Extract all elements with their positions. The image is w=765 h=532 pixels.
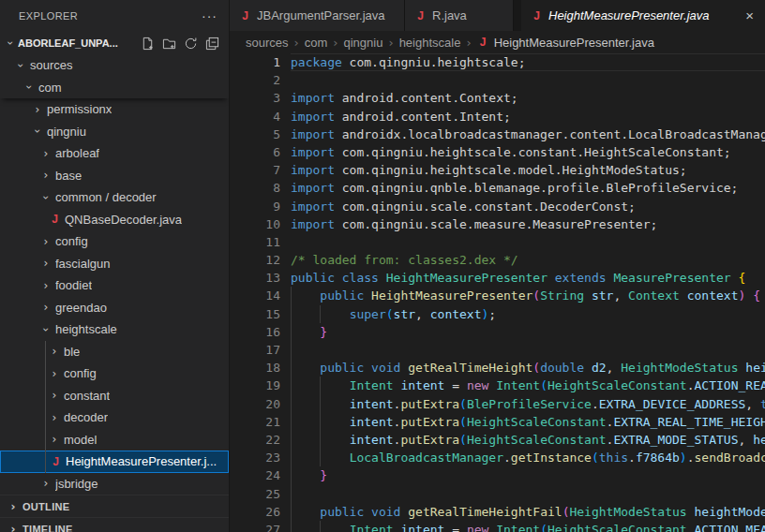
line-number[interactable]: 13: [230, 269, 280, 287]
code-line-text[interactable]: import android.content.Context;: [291, 89, 765, 107]
code-line-11[interactable]: 11: [230, 233, 765, 251]
code-line-21[interactable]: 21 intent.putExtra(HeightScaleConstant.E…: [230, 413, 765, 431]
code-line-text[interactable]: import com.qingniu.scale.measure.Measure…: [291, 215, 765, 233]
code-line-27[interactable]: 27 Intent intent = new Intent(HeightScal…: [230, 521, 765, 532]
code-line-20[interactable]: 20 intent.putExtra(BleProfileService.EXT…: [230, 395, 765, 413]
new-folder-icon[interactable]: [161, 36, 176, 51]
code-line-text[interactable]: public HeightMeasurePresenter(String str…: [291, 287, 765, 304]
tree-item-com[interactable]: ›com: [0, 77, 229, 99]
tree-item-qnbasedecoder-java[interactable]: JQNBaseDecoder.java: [0, 209, 229, 231]
code-line-text[interactable]: /* loaded from: classes2.dex */: [291, 251, 765, 269]
tab-jbargumentparser-java[interactable]: JJBArgumentParser.java: [230, 0, 405, 31]
code-line-text[interactable]: [291, 233, 765, 251]
line-number[interactable]: 27: [230, 521, 280, 532]
line-number[interactable]: 26: [230, 503, 280, 521]
line-number[interactable]: 21: [230, 413, 280, 431]
code-line-4[interactable]: 4import android.content.Intent;: [230, 108, 765, 126]
outline-section[interactable]: › OUTLINE: [0, 495, 229, 517]
tree-item-ble[interactable]: ›ble: [0, 341, 229, 363]
code-line-text[interactable]: [291, 71, 765, 89]
code-line-19[interactable]: 19 Intent intent = new Intent(HeightScal…: [230, 377, 765, 394]
breadcrumb-file[interactable]: HeightMeasurePresenter.java: [494, 36, 654, 50]
collapse-all-icon[interactable]: [204, 36, 219, 51]
code-line-25[interactable]: 25: [230, 485, 765, 503]
tree-item-heightmeasurepresenter-j-[interactable]: JHeightMeasurePresenter.j...: [0, 451, 229, 473]
code-line-15[interactable]: 15 super(str, context);: [230, 305, 765, 323]
tab-heightmeasurepresenter-java[interactable]: JHeightMeasurePresenter.java×: [521, 0, 765, 31]
line-number[interactable]: 20: [230, 395, 280, 413]
code-line-18[interactable]: 18 public void getRealTimeHeight(double …: [230, 359, 765, 377]
code-line-12[interactable]: 12/* loaded from: classes2.dex */: [230, 251, 765, 269]
code-line-text[interactable]: intent.putExtra(HeightScaleConstant.EXTR…: [291, 413, 765, 431]
code-line-text[interactable]: [291, 485, 765, 503]
close-tab-icon[interactable]: ×: [743, 7, 756, 23]
more-actions-icon[interactable]: ···: [202, 8, 218, 23]
code-line-6[interactable]: 6import com.qingniu.heightscale.constant…: [230, 143, 765, 161]
line-number[interactable]: 8: [230, 179, 280, 197]
line-number[interactable]: 16: [230, 323, 280, 341]
code-line-text[interactable]: import com.qingniu.heightscale.model.Hei…: [291, 161, 765, 179]
tree-item-model[interactable]: ›model: [0, 429, 229, 451]
code-line-text[interactable]: package com.qingniu.heightscale;: [291, 53, 765, 71]
tree-item-constant[interactable]: ›constant: [0, 385, 229, 407]
code-line-10[interactable]: 10import com.qingniu.scale.measure.Measu…: [230, 215, 765, 233]
line-number[interactable]: 5: [230, 126, 280, 143]
code-line-22[interactable]: 22 intent.putExtra(HeightScaleConstant.E…: [230, 431, 765, 449]
code-line-3[interactable]: 3import android.content.Context;: [230, 89, 765, 107]
line-number[interactable]: 10: [230, 215, 280, 233]
refresh-icon[interactable]: [183, 36, 198, 51]
code-line-text[interactable]: import androidx.localbroadcastmanager.co…: [291, 126, 765, 143]
tree-item-config[interactable]: ›config: [0, 230, 229, 253]
tree-item-config[interactable]: ›config: [0, 362, 229, 385]
code-line-14[interactable]: 14 public HeightMeasurePresenter(String …: [230, 287, 765, 304]
line-number[interactable]: 3: [230, 89, 280, 107]
line-number[interactable]: 7: [230, 161, 280, 179]
code-line-text[interactable]: import android.content.Intent;: [291, 108, 765, 126]
code-line-text[interactable]: Intent intent = new Intent(HeightScaleCo…: [291, 377, 765, 394]
code-line-7[interactable]: 7import com.qingniu.heightscale.model.He…: [230, 161, 765, 179]
code-line-text[interactable]: intent.putExtra(HeightScaleConstant.EXTR…: [291, 431, 765, 449]
code-line-8[interactable]: 8import com.qingniu.qnble.blemanage.prof…: [230, 179, 765, 197]
tree-item-sources[interactable]: ›sources: [0, 54, 229, 77]
line-number[interactable]: 24: [230, 466, 280, 484]
code-line-26[interactable]: 26 public void getRealTimeHeightFail(Hei…: [230, 503, 765, 521]
code-line-16[interactable]: 16 }: [230, 323, 765, 341]
code-line-1[interactable]: 1package com.qingniu.heightscale;: [230, 53, 765, 71]
tree-item-qingniu[interactable]: ›qingniu: [0, 121, 229, 143]
code-line-2[interactable]: 2: [230, 71, 765, 89]
code-line-text[interactable]: public void getRealTimeHeight(double d2,…: [291, 359, 765, 377]
tree-item-greendao[interactable]: ›greendao: [0, 297, 229, 319]
code-line-text[interactable]: public class HeightMeasurePresenter exte…: [291, 269, 765, 287]
tree-item-decoder[interactable]: ›decoder: [0, 406, 229, 429]
code-line-text[interactable]: }: [291, 323, 765, 341]
timeline-section[interactable]: › TIMELINE: [0, 517, 229, 532]
code-line-9[interactable]: 9import com.qingniu.scale.constant.Decod…: [230, 198, 765, 215]
tree-item-permissionx[interactable]: ›permissionx: [0, 98, 229, 121]
line-number[interactable]: 6: [230, 143, 280, 161]
line-number[interactable]: 15: [230, 305, 280, 323]
tab-r-java[interactable]: JR.java: [405, 0, 514, 31]
tree-item-heightscale[interactable]: ›heightscale: [0, 318, 229, 341]
breadcrumb-item-com[interactable]: com: [305, 36, 328, 50]
tree-item-fascialgun[interactable]: ›fascialgun: [0, 253, 229, 275]
line-number[interactable]: 11: [230, 233, 280, 251]
line-number[interactable]: 19: [230, 377, 280, 394]
breadcrumb-item-qingniu[interactable]: qingniu: [344, 36, 383, 50]
line-number[interactable]: 9: [230, 198, 280, 215]
code-line-text[interactable]: intent.putExtra(BleProfileService.EXTRA_…: [291, 395, 765, 413]
code-editor[interactable]: 1package com.qingniu.heightscale;23impor…: [230, 53, 765, 532]
tree-item-jsbridge[interactable]: ›jsbridge: [0, 473, 229, 495]
line-number[interactable]: 18: [230, 359, 280, 377]
code-line-text[interactable]: super(str, context);: [291, 305, 765, 323]
line-number[interactable]: 2: [230, 71, 280, 89]
line-number[interactable]: 12: [230, 251, 280, 269]
code-line-23[interactable]: 23 LocalBroadcastManager.getInstance(thi…: [230, 449, 765, 466]
breadcrumb-item-heightscale[interactable]: heightscale: [399, 36, 461, 50]
tree-item-foodiet[interactable]: ›foodiet: [0, 274, 229, 297]
code-line-text[interactable]: [291, 341, 765, 359]
code-line-text[interactable]: }: [291, 466, 765, 484]
line-number[interactable]: 22: [230, 431, 280, 449]
tree-item-arboleaf[interactable]: ›arboleaf: [0, 142, 229, 165]
code-line-text[interactable]: import com.qingniu.heightscale.constant.…: [291, 143, 765, 161]
project-section-header[interactable]: › ABORLEAF_UNPA...: [0, 32, 229, 54]
